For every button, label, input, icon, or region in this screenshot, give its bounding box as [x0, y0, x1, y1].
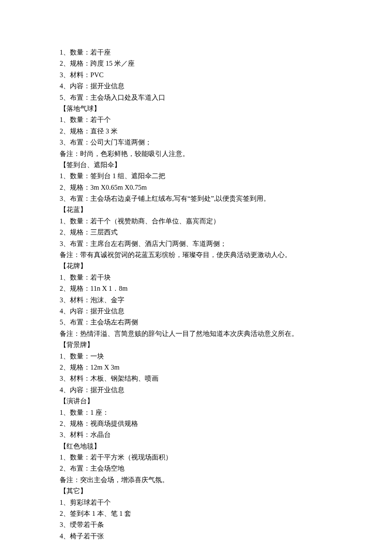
text-line: 5、布置：主会场左右两侧 — [60, 317, 332, 328]
text-line: 3、布置：主席台左右两侧、酒店大门两侧、车道两侧； — [60, 238, 332, 249]
text-line: 4、内容：据开业信息 — [60, 81, 332, 92]
text-line: 3、材料：水晶台 — [60, 429, 332, 440]
note-line: 备注：时尚，色彩鲜艳，较能吸引人注意。 — [60, 148, 332, 159]
section-heading: 【花牌】 — [60, 260, 332, 272]
text-line: 1、数量：若干个（视赞助商、合作单位、嘉宾而定） — [60, 216, 332, 227]
text-line: 3、布置：主会场右边桌子铺上红绒布,写有“签到处”,以便贵宾签到用。 — [60, 193, 332, 204]
text-line: 1、数量：若干个 — [60, 114, 332, 125]
text-line: 2、规格：12m X 3m — [60, 362, 332, 373]
section-heading: 【其它】 — [60, 486, 332, 497]
text-line: 1、数量：一块 — [60, 351, 332, 362]
text-line: 2、布置：主会场空地 — [60, 463, 332, 474]
text-line: 2、规格：3m X0.65m X0.75m — [60, 182, 332, 193]
text-line: 1、数量：若干座 — [60, 47, 332, 58]
text-line: 1、剪彩球若干个 — [60, 497, 332, 508]
text-line: 2、规格：直径 3 米 — [60, 126, 332, 137]
text-line: 1、数量：签到台 1 组、遮阳伞二把 — [60, 171, 332, 182]
note-line: 备注：突出主会场，增添喜庆气氛。 — [60, 474, 332, 486]
text-line: 3、材料：PVC — [60, 69, 332, 81]
section-heading: 【背景牌】 — [60, 339, 332, 350]
text-line: 2、规格：视商场提供规格 — [60, 418, 332, 429]
section-heading: 【演讲台】 — [60, 396, 332, 407]
text-line: 3、绶带若干条 — [60, 519, 332, 530]
text-line: 3、材料：泡沫、金字 — [60, 295, 332, 306]
text-line: 1、数量：若干平方米（视现场面积） — [60, 452, 332, 463]
note-line: 备注：热情洋溢、言简意赅的辞句让人一目了然地知道本次庆典活动意义所在。 — [60, 328, 332, 339]
text-line: 4、椅子若干张 — [60, 531, 332, 542]
text-line: 2、签到本 1 本、笔 1 套 — [60, 508, 332, 519]
note-line: 备注：带有真诚祝贺词的花蓝五彩缤纷，璀璨夺目，使庆典活动更激动人心。 — [60, 249, 332, 260]
section-heading: 【红色地毯】 — [60, 441, 332, 452]
section-heading: 【花蓝】 — [60, 204, 332, 215]
text-line: 1、数量：若干块 — [60, 272, 332, 283]
section-heading: 【落地气球】 — [60, 103, 332, 114]
text-line: 2、规格：三层西式 — [60, 227, 332, 238]
text-line: 5、布置：主会场入口处及车道入口 — [60, 92, 332, 103]
text-line: 2、规格：跨度 15 米／座 — [60, 58, 332, 69]
text-line: 3、布置：公司大门车道两侧； — [60, 137, 332, 148]
text-line: 2、规格：11n X 1．8m — [60, 283, 332, 294]
document-page: 1、数量：若干座 2、规格：跨度 15 米／座 3、材料：PVC 4、内容：据开… — [0, 0, 392, 555]
text-line: 4、内容：据开业信息 — [60, 384, 332, 396]
text-line: 4、内容：据开业信息 — [60, 306, 332, 317]
text-line: 1、数量：1 座： — [60, 407, 332, 418]
section-heading: 【签到台、遮阳伞】 — [60, 159, 332, 171]
text-line: 3、材料：木板、钢架结构、喷画 — [60, 373, 332, 384]
